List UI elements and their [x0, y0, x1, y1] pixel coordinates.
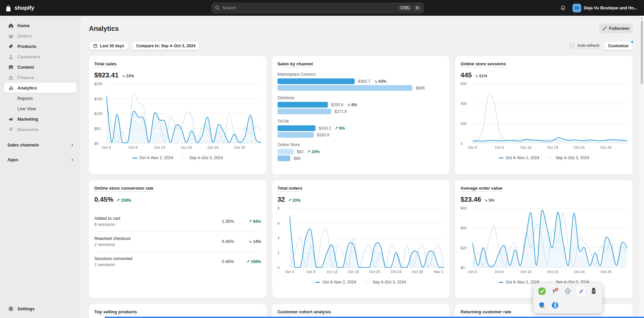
chevron-right-icon: ›: [71, 157, 73, 162]
channel-bar-row: $183.9: [278, 132, 444, 138]
metric-value: $923.41: [94, 71, 118, 79]
sidebar-footer: Settings: [4, 304, 77, 314]
cards-grid: Total sales$923.41↘ 24%$200$150$100$50$0…: [89, 56, 633, 318]
feather-icon[interactable]: [576, 286, 586, 296]
compare-button[interactable]: Compare to: Sep 4–Oct 3, 2024: [132, 41, 199, 51]
chart-plot-average-order-value[interactable]: [473, 208, 627, 268]
channel-bar-row: $255.6↘ 6%: [278, 102, 444, 108]
card-title-average-order-value[interactable]: Average order value: [460, 186, 502, 192]
channel-bar-row: $686: [278, 85, 444, 91]
y-axis-labels: $200$150$100$50$0: [94, 84, 106, 143]
sidebar-item-content[interactable]: Content: [4, 62, 77, 72]
legend-previous-swatch: ···: [364, 281, 370, 283]
search-bar[interactable]: CTRL K: [212, 3, 424, 13]
metric-value: $23.46: [460, 196, 481, 203]
check-badge-icon[interactable]: [537, 286, 547, 296]
sidebar-item-settings[interactable]: Settings: [4, 304, 77, 314]
conversion-row-sessions-converted[interactable]: Sessions converted2 sessions0.45%↗ 159%: [94, 251, 261, 271]
sidebar-item-orders[interactable]: Orders: [4, 31, 77, 41]
scrollbar-thumb[interactable]: [641, 20, 643, 84]
legend-current-swatch: [315, 282, 320, 283]
channel-name: Marketplace Connect: [278, 72, 444, 77]
chart-plot-total-orders[interactable]: [290, 208, 444, 268]
auto-refresh-checkbox[interactable]: [569, 43, 575, 49]
card-sales-by-channel: Sales by channelMarketplace Connect$392.…: [272, 56, 450, 175]
shopify-logo[interactable]: shopify: [5, 4, 77, 12]
card-title-top-selling-products[interactable]: Top selling products: [94, 309, 137, 315]
sidebar-item-label: Live View: [17, 106, 36, 111]
channel-bar[interactable]: [278, 85, 412, 91]
page-title: Analytics: [89, 25, 119, 33]
sidebar-section-apps[interactable]: Apps›: [4, 155, 77, 164]
y-axis-labels: 86420: [278, 208, 290, 268]
customize-notification-dot: [631, 40, 634, 44]
sidebar-item-customers[interactable]: Customers: [4, 52, 77, 62]
channel-bar-value: $82: [297, 149, 304, 154]
legend-current-label: Oct 4–Nov 2, 2024: [140, 155, 173, 160]
shield-warning-icon[interactable]: [537, 300, 547, 310]
card-title-returning-customer-rate[interactable]: Returning customer rate: [460, 309, 511, 315]
sidebar-item-label: Marketing: [17, 117, 38, 122]
channel-online-store: Online Store$82↗ 24%$66: [278, 142, 444, 161]
cursor-error-icon[interactable]: [550, 286, 560, 296]
conversion-row-added-to-cart[interactable]: Added to cart6 sessions1.35%↗ 94%: [94, 211, 261, 231]
sidebar-section-label: Sales channels: [7, 142, 39, 147]
channel-marketplace-connect: Marketplace Connect$392.7↘ 43%$686: [278, 72, 444, 91]
sidebar-item-products[interactable]: Products: [4, 41, 77, 51]
metric-value-row: 445↘ 61%: [460, 71, 627, 79]
conversion-row-reached-checkout[interactable]: Reached checkout2 sessions0.45%↘ 14%: [94, 231, 261, 251]
channel-bar[interactable]: [278, 132, 314, 138]
x-axis-labels: Oct 4Oct 9Oct 14Oct 19Oct 24Oct 29: [473, 145, 627, 150]
channel-bar[interactable]: [278, 109, 331, 114]
card-title-total-sales[interactable]: Total sales: [94, 61, 116, 67]
chart-average-order-value: $60$40$20$0: [460, 208, 627, 268]
trash-icon[interactable]: [589, 286, 599, 296]
channel-bar-row: $82↗ 24%: [278, 149, 444, 154]
bluetooth-icon[interactable]: [550, 300, 560, 310]
chart-plot-online-store-sessions[interactable]: [473, 84, 627, 143]
card-total-sales: Total sales$923.41↘ 24%$200$150$100$50$0…: [89, 56, 266, 175]
card-title-online-store-sessions[interactable]: Online store sessions: [460, 61, 506, 67]
sidebar-item-analytics[interactable]: Analytics: [4, 83, 77, 93]
customize-button[interactable]: Customize: [604, 41, 633, 51]
card-total-orders: Total orders32↗ 20%86420Oct 4Oct 8Oct 12…: [272, 180, 450, 298]
y-axis-labels: 6004002000: [460, 84, 473, 143]
card-average-order-value: Average order value$23.46↘ 5%$60$40$20$0…: [455, 180, 633, 298]
auto-refresh-toggle[interactable]: Auto-refresh: [569, 43, 599, 49]
card-title-customer-cohort-analysis[interactable]: Customer cohort analysis: [278, 309, 331, 315]
orders-icon: [7, 33, 14, 39]
search-input[interactable]: [222, 5, 396, 10]
card-title-conversion-rate[interactable]: Online store conversion rate: [94, 186, 153, 192]
chart-plot-total-sales[interactable]: [106, 84, 261, 143]
sidebar-item-marketing[interactable]: Marketing: [4, 114, 77, 124]
legend-previous: ···Sep 4–Oct 3, 2024: [364, 280, 406, 284]
shopify-bag-icon: [5, 4, 12, 12]
channel-bar[interactable]: [278, 125, 315, 131]
channel-bar[interactable]: [278, 102, 328, 108]
bell-icon[interactable]: [559, 3, 567, 13]
scrollbar-track: ▲: [640, 16, 644, 318]
sidebar-item-reports[interactable]: Reports: [4, 93, 77, 103]
conversion-step-label: Sessions converted: [94, 256, 203, 261]
knot-icon[interactable]: [563, 286, 573, 296]
sidebar-item-discounts[interactable]: Discounts: [4, 124, 77, 134]
sidebar-item-live-view[interactable]: Live View: [4, 104, 77, 114]
channel-bar[interactable]: [278, 149, 294, 154]
scrollbar-up-arrow[interactable]: ▲: [641, 16, 643, 19]
channel-bar[interactable]: [278, 78, 355, 84]
card-top-selling-products: Top selling products: [89, 304, 266, 318]
metric-value: 445: [460, 71, 472, 79]
fullscreen-button[interactable]: Fullscreen: [599, 24, 633, 33]
sidebar-section-sales-channels[interactable]: Sales channels›: [4, 140, 77, 149]
store-menu[interactable]: DI Deja Vu Boutique and Ho...: [571, 2, 639, 14]
card-title-sales-by-channel[interactable]: Sales by channel: [278, 61, 313, 67]
channel-bar[interactable]: [278, 155, 291, 161]
date-range-button[interactable]: Last 30 days: [89, 41, 128, 51]
channel-bar-row: $193.2↗ 5%: [278, 125, 444, 131]
channel-ownbase: Ownbase$255.6↘ 6%$272.9: [278, 96, 444, 114]
card-title-total-orders[interactable]: Total orders: [278, 186, 302, 192]
products-icon: [7, 44, 14, 49]
sidebar-item-home[interactable]: Home: [4, 20, 77, 30]
sidebar-section-label: Apps: [7, 157, 18, 162]
sidebar-item-finance[interactable]: Finance: [4, 72, 77, 82]
